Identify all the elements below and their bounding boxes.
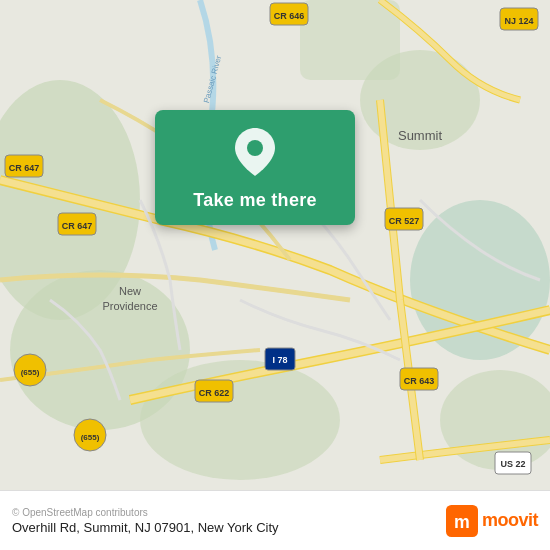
moovit-logo: m moovit bbox=[446, 505, 538, 537]
svg-text:Providence: Providence bbox=[102, 300, 157, 312]
svg-text:CR 647: CR 647 bbox=[9, 163, 40, 173]
svg-text:US 22: US 22 bbox=[500, 459, 525, 469]
map-svg: CR 647 CR 646 NJ 124 CR 647 CR 527 CR 62… bbox=[0, 0, 550, 490]
bottom-bar: © OpenStreetMap contributors Overhill Rd… bbox=[0, 490, 550, 550]
pin-icon-wrapper bbox=[235, 128, 275, 180]
moovit-text: moovit bbox=[482, 510, 538, 531]
svg-text:I 78: I 78 bbox=[272, 355, 287, 365]
svg-text:(655): (655) bbox=[21, 368, 40, 377]
svg-text:Summit: Summit bbox=[398, 128, 442, 143]
svg-text:CR 527: CR 527 bbox=[389, 216, 420, 226]
address-text: Overhill Rd, Summit, NJ 07901, New York … bbox=[12, 520, 279, 535]
svg-text:CR 622: CR 622 bbox=[199, 388, 230, 398]
svg-text:(655): (655) bbox=[81, 433, 100, 442]
svg-text:CR 646: CR 646 bbox=[274, 11, 305, 21]
copyright-text: © OpenStreetMap contributors bbox=[12, 507, 279, 518]
svg-text:NJ 124: NJ 124 bbox=[504, 16, 533, 26]
svg-text:CR 643: CR 643 bbox=[404, 376, 435, 386]
svg-text:m: m bbox=[454, 512, 470, 532]
svg-point-34 bbox=[247, 140, 263, 156]
svg-rect-5 bbox=[300, 0, 400, 80]
location-card: Take me there bbox=[155, 110, 355, 225]
map-container: CR 647 CR 646 NJ 124 CR 647 CR 527 CR 62… bbox=[0, 0, 550, 490]
take-me-there-button[interactable]: Take me there bbox=[193, 190, 317, 211]
address-section: © OpenStreetMap contributors Overhill Rd… bbox=[12, 507, 279, 535]
map-pin-icon bbox=[235, 128, 275, 176]
svg-text:CR 647: CR 647 bbox=[62, 221, 93, 231]
moovit-logo-icon: m bbox=[446, 505, 478, 537]
svg-text:New: New bbox=[119, 285, 141, 297]
